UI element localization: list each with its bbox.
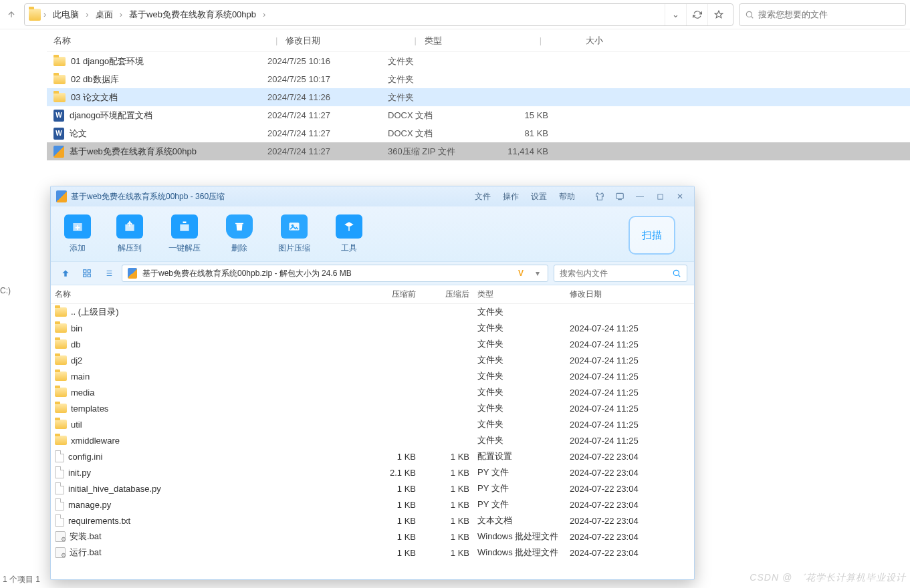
svg-rect-7	[88, 270, 90, 273]
zip-path-input[interactable]: 基于web免费在线教育系统00hpb.zip - 解包大小为 24.6 MB V…	[122, 265, 548, 282]
file-size: 81 KB	[495, 128, 548, 138]
list-item[interactable]: xmiddleware文件夹2024-07-24 11:25	[51, 432, 694, 448]
menu-help[interactable]: 帮助	[559, 191, 575, 202]
explorer-column-header[interactable]: 名称| 修改日期| 类型| 大小	[47, 29, 910, 52]
breadcrumb-item[interactable]: 此电脑	[49, 9, 83, 21]
maximize-button[interactable]	[651, 190, 669, 203]
favorite-button[interactable]	[707, 4, 729, 25]
zip-entry-name: 运行.bat	[70, 547, 102, 559]
file-type: 文件夹	[388, 55, 495, 67]
minimize-button[interactable]: —	[631, 190, 649, 203]
zip-entry-name: media	[71, 388, 94, 398]
list-item[interactable]: media文件夹2024-07-24 11:25	[51, 384, 694, 400]
history-dropdown-button[interactable]: ⌄	[665, 4, 686, 25]
zip-col-date[interactable]: 修改日期	[570, 289, 670, 300]
explorer-search[interactable]	[739, 3, 906, 26]
list-item[interactable]: initial_hive_database.py1 KB1 KBPY 文件202…	[51, 480, 694, 496]
tool-add[interactable]: 添加	[64, 214, 91, 254]
zip-path-text: 基于web免费在线教育系统00hpb.zip - 解包大小为 24.6 MB	[142, 268, 352, 279]
list-item[interactable]: 运行.bat1 KB1 KBWindows 批处理文件2024-07-22 23…	[51, 545, 694, 561]
search-input[interactable]	[758, 9, 900, 19]
search-icon[interactable]	[672, 269, 681, 278]
col-size[interactable]: 大小	[550, 35, 603, 47]
tool-delete[interactable]: 删除	[226, 214, 253, 254]
address-bar[interactable]: › 此电脑 › 桌面 › 基于web免费在线教育系统00hpb › ⌄	[24, 3, 733, 26]
zip-titlebar[interactable]: 基于web免费在线教育系统00hpb - 360压缩 文件 操作 设置 帮助 —…	[51, 186, 694, 206]
zip-toolbar: 添加 解压到 一键解压 删除 图片压缩 工具 扫描	[51, 206, 694, 261]
table-row[interactable]: 03 论文文档2024/7/24 11:26文件夹	[47, 88, 910, 106]
image-icon	[281, 214, 308, 239]
size-before: 2.1 KB	[356, 468, 416, 478]
chevron-right-icon: ›	[86, 9, 88, 19]
zip-search[interactable]	[554, 265, 687, 282]
col-type[interactable]: 类型	[425, 35, 532, 47]
nav-up-icon[interactable]	[58, 265, 74, 281]
table-row[interactable]: 论文2024/7/24 11:27DOCX 文档81 KB	[47, 124, 910, 142]
table-row[interactable]: 02 db数据库2024/7/25 10:17文件夹	[47, 70, 910, 88]
zip-col-type[interactable]: 类型	[469, 289, 570, 300]
folder-icon	[55, 404, 67, 413]
list-item[interactable]: main文件夹2024-07-24 11:25	[51, 368, 694, 384]
size-after: 1 KB	[416, 468, 469, 478]
size-after: 1 KB	[416, 452, 469, 462]
folder-icon	[55, 339, 67, 349]
list-item[interactable]: dj2文件夹2024-07-24 11:25	[51, 352, 694, 368]
zip-column-header[interactable]: 名称 压缩前 压缩后 类型 修改日期	[51, 285, 694, 304]
list-item[interactable]: config.ini1 KB1 KB配置设置2024-07-22 23:04	[51, 448, 694, 464]
scan-button[interactable]: 扫描	[629, 216, 675, 255]
trash-icon	[226, 214, 253, 239]
vip-badge[interactable]: V	[514, 269, 528, 278]
zip-col-before[interactable]: 压缩前	[356, 289, 416, 300]
file-date: 2024/7/24 11:26	[267, 92, 388, 102]
list-item[interactable]: util文件夹2024-07-24 11:25	[51, 416, 694, 432]
col-date[interactable]: 修改日期	[286, 35, 406, 47]
svg-point-0	[746, 11, 752, 17]
view-thumbnails-icon[interactable]	[79, 265, 95, 281]
list-item[interactable]: db文件夹2024-07-24 11:25	[51, 336, 694, 352]
close-button[interactable]: ✕	[671, 190, 689, 203]
zip-col-after[interactable]: 压缩后	[416, 289, 469, 300]
tool-extract-one[interactable]: 一键解压	[168, 214, 201, 254]
svg-rect-3	[183, 221, 187, 223]
feedback-icon[interactable]	[611, 190, 629, 203]
menu-file[interactable]: 文件	[475, 191, 491, 202]
zip-entry-date: 2024-07-24 11:25	[570, 420, 670, 430]
list-item[interactable]: templates文件夹2024-07-24 11:25	[51, 400, 694, 416]
tool-image-compress[interactable]: 图片压缩	[278, 214, 310, 254]
zip-entry-date: 2024-07-22 23:04	[570, 452, 670, 462]
file-name: djanogo环境配置文档	[70, 110, 152, 122]
nav-up-button[interactable]	[4, 7, 19, 22]
list-item[interactable]: init.py2.1 KB1 KBPY 文件2024-07-22 23:04	[51, 464, 694, 480]
zip-entry-type: 文件夹	[469, 338, 570, 350]
size-before: 1 KB	[356, 516, 416, 526]
size-after: 1 KB	[416, 500, 469, 510]
list-item[interactable]: manage.py1 KB1 KBPY 文件2024-07-22 23:04	[51, 496, 694, 512]
chevron-down-icon[interactable]: ▾	[533, 269, 542, 278]
menu-settings[interactable]: 设置	[531, 191, 547, 202]
view-list-icon[interactable]	[100, 265, 116, 281]
zip-entry-date: 2024-07-24 11:25	[570, 404, 670, 414]
table-row[interactable]: djanogo环境配置文档2024/7/24 11:27DOCX 文档15 KB	[47, 106, 910, 124]
tool-extract-to[interactable]: 解压到	[116, 214, 143, 254]
col-name[interactable]: 名称	[47, 35, 267, 47]
table-row[interactable]: 01 django配套环境2024/7/25 10:16文件夹	[47, 52, 910, 70]
menu-action[interactable]: 操作	[503, 191, 519, 202]
table-row[interactable]: 基于web免费在线教育系统00hpb2024/7/24 11:27360压缩 Z…	[47, 142, 910, 160]
search-icon	[745, 10, 754, 19]
tool-tools[interactable]: 工具	[336, 214, 362, 254]
list-item[interactable]: requirements.txt1 KB1 KB文本文档2024-07-22 2…	[51, 512, 694, 529]
zip-entry-type: PY 文件	[469, 466, 570, 478]
file-date: 2024/7/24 11:27	[267, 146, 388, 156]
zip-entry-name: main	[71, 372, 90, 382]
skin-icon[interactable]	[591, 190, 608, 203]
breadcrumb-item[interactable]: 桌面	[92, 9, 117, 21]
list-item[interactable]: 安装.bat1 KB1 KBWindows 批处理文件2024-07-22 23…	[51, 529, 694, 545]
list-item[interactable]: .. (上级目录)文件夹	[51, 304, 694, 320]
svg-point-10	[673, 270, 679, 275]
breadcrumb-item[interactable]: 基于web免费在线教育系统00hpb	[125, 9, 260, 21]
list-item[interactable]: bin文件夹2024-07-24 11:25	[51, 320, 694, 336]
zip-icon	[53, 146, 64, 158]
zip-search-input[interactable]	[560, 269, 672, 278]
refresh-button[interactable]	[686, 4, 707, 25]
zip-col-name[interactable]: 名称	[55, 289, 356, 300]
